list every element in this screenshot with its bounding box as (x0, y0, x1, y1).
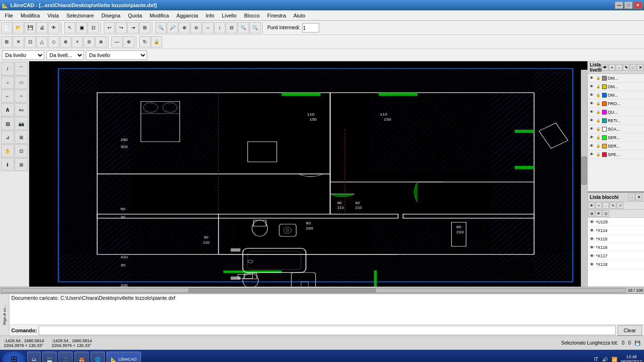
lock-icon[interactable]: 🔒 (595, 126, 601, 132)
list-item[interactable]: 👁 🔒 SPE... (588, 150, 644, 159)
taskbar-firefox[interactable]: 🦊 (74, 352, 89, 362)
close-button[interactable]: ✕ (634, 1, 642, 9)
lock-icon[interactable]: 🔒 (595, 143, 601, 149)
maximize-button[interactable]: □ (624, 1, 633, 9)
taskbar-librecad[interactable]: 📐 LibreCAD (107, 352, 141, 362)
language-indicator[interactable]: IT (594, 357, 598, 362)
arc-tool[interactable]: ⌒ (15, 62, 28, 75)
snap-btn2[interactable]: ✕ (13, 36, 24, 48)
snap-btn4[interactable]: △ (36, 36, 48, 48)
select-button[interactable]: ▣ (76, 22, 87, 33)
taskbar-computer[interactable]: 💻 (42, 352, 57, 362)
list-item[interactable]: 👁 🔒 OM... (588, 74, 644, 82)
zoom-button3[interactable]: ⊕ (179, 22, 190, 33)
zoom-button5[interactable]: ↔ (202, 22, 214, 33)
lock-icon[interactable]: 🔒 (595, 92, 601, 98)
minimize-button[interactable]: — (615, 1, 623, 9)
zoom-button6[interactable]: ↕ (214, 22, 225, 33)
list-item[interactable]: 👁 *X117 (588, 252, 644, 260)
lock-icon[interactable]: 🔒 (595, 109, 601, 115)
block-eye[interactable]: 👁 (590, 245, 594, 250)
snap-btn10[interactable]: — (111, 36, 123, 48)
taskbar-browser[interactable]: 🌐 (91, 352, 105, 362)
layer-add-icon[interactable]: + (609, 64, 615, 71)
list-item[interactable]: 👁 🔒 SCA... (588, 125, 644, 133)
zoom-fit-button[interactable]: ⊞ (139, 22, 150, 33)
eye-icon[interactable]: 👁 (589, 126, 594, 132)
block-eye-icon[interactable]: 👁 (588, 202, 595, 209)
eye-icon[interactable]: 👁 (589, 75, 594, 81)
menu-vista[interactable]: Vista (44, 10, 63, 20)
list-item[interactable]: 👁 🔒 QU... (588, 108, 644, 116)
layer-close-icon[interactable]: ✕ (637, 64, 644, 71)
block-tool[interactable]: ⊞ (15, 158, 28, 171)
snap-btn3[interactable]: ⊡ (25, 36, 36, 48)
command-input[interactable] (39, 326, 615, 335)
circle-tool[interactable]: ○ (1, 76, 14, 89)
text-tool[interactable]: A (1, 103, 14, 116)
block-export-icon[interactable]: ↗ (617, 202, 623, 209)
layer-hide-icon[interactable]: 👁 (602, 64, 608, 71)
mtext-tool[interactable]: Aα (15, 103, 28, 116)
layer-edit-icon[interactable]: ✎ (623, 64, 629, 71)
block-rename-icon[interactable]: ⊡ (603, 210, 609, 217)
print-preview-button[interactable]: 👁 (48, 22, 59, 33)
select2-button[interactable]: ⊡ (88, 22, 99, 33)
block-eye[interactable]: 👁 (590, 237, 594, 241)
layer-dropdown2[interactable]: Da livell... (46, 50, 84, 60)
block-add-icon[interactable]: + (595, 202, 602, 209)
volume-icon[interactable]: 🔊 (602, 357, 608, 362)
block-close-icon[interactable]: ✕ (636, 194, 642, 200)
eye-icon[interactable]: 👁 (589, 118, 594, 123)
eye-icon[interactable]: 👁 (589, 92, 594, 98)
snap-btn12[interactable]: ↻ (139, 36, 150, 48)
taskbar-media[interactable]: 🎵 (58, 352, 73, 362)
block-remove-icon[interactable]: - (603, 202, 609, 209)
snap-btn6[interactable]: ⊕ (60, 36, 71, 48)
command-side-tab[interactable]: Riga di co... (2, 305, 7, 325)
block-eye[interactable]: 👁 (590, 228, 594, 233)
line-tool[interactable]: / (1, 62, 14, 75)
list-item[interactable]: 👁 🔒 SER... (588, 142, 644, 150)
lock-icon[interactable]: 🔒 (595, 101, 601, 107)
lock-icon[interactable]: 🔒 (595, 84, 601, 90)
pointer-button[interactable]: ↖ (64, 22, 75, 33)
zoom-button2[interactable]: 🔎 (167, 22, 178, 33)
eye-icon[interactable]: 👁 (589, 109, 594, 115)
polyline-tool[interactable]: ⌐ (1, 90, 14, 103)
snap-btn1[interactable]: ⊞ (1, 36, 12, 48)
zoom-button4[interactable]: ⊖ (190, 22, 202, 33)
eye-icon[interactable]: 👁 (589, 143, 594, 149)
list-item[interactable]: 👁 *X115 (588, 235, 644, 243)
start-button[interactable]: ⊞ (2, 352, 25, 362)
list-item[interactable]: 👁 *X118 (588, 260, 644, 269)
snap-btn7[interactable]: × (72, 36, 83, 48)
list-item[interactable]: 👁 🔒 RETI... (588, 116, 644, 125)
list-item[interactable]: 👁 🔒 PRO... (588, 99, 644, 108)
menu-livello[interactable]: Livello (218, 10, 240, 20)
eye-icon[interactable]: 👁 (589, 152, 594, 157)
redo2-button[interactable]: ⇥ (127, 22, 139, 33)
zoom-button8[interactable]: 🔍 (238, 22, 249, 33)
menu-quota[interactable]: Quota (124, 10, 146, 20)
lock-icon[interactable]: 🔒 (595, 152, 601, 157)
list-item[interactable]: 👁 🔒 OM... (588, 82, 644, 91)
h-scrollbar-thumb[interactable] (189, 288, 376, 292)
lock-icon[interactable]: 🔒 (595, 118, 601, 123)
block-eye[interactable]: 👁 (590, 220, 594, 224)
save-button[interactable]: 💾 (25, 22, 36, 33)
list-item[interactable]: 👁 *U129 (588, 218, 644, 226)
lock-icon[interactable]: 🔒 (595, 75, 601, 81)
scrollbar-thumb[interactable] (581, 156, 587, 185)
snap-btn9[interactable]: ⊗ (95, 36, 107, 48)
clear-button[interactable]: Clear (618, 325, 642, 336)
zoom-button1[interactable]: 🔍 (155, 22, 166, 33)
new-button[interactable]: 📄 (1, 22, 12, 33)
snap-btn8[interactable]: ⊘ (83, 36, 95, 48)
zoom-button7[interactable]: ⊟ (226, 22, 237, 33)
open-button[interactable]: 📂 (13, 22, 24, 33)
menu-aggancia[interactable]: Aggancia (173, 10, 202, 20)
zoom-button9[interactable]: 🔍 (249, 22, 261, 33)
eye-icon[interactable]: 👁 (589, 84, 594, 90)
camera-tool[interactable]: 📷 (15, 117, 28, 130)
